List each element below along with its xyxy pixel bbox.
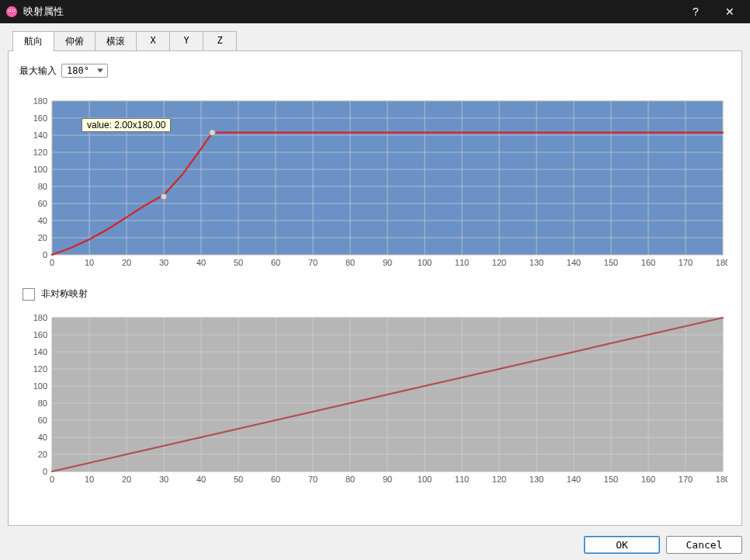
svg-text:120: 120 [33,364,47,374]
svg-text:0: 0 [43,467,47,476]
asym-checkbox[interactable] [23,288,35,301]
svg-text:150: 150 [604,475,618,484]
svg-text:120: 120 [33,148,47,157]
svg-text:180: 180 [716,258,727,267]
svg-text:110: 110 [455,258,469,267]
svg-text:30: 30 [159,258,168,267]
svg-text:130: 130 [530,258,543,267]
svg-text:140: 140 [567,258,581,267]
chart-bottom[interactable]: 0102030405060708090100110120130140150160… [19,311,727,490]
svg-text:80: 80 [38,398,47,408]
svg-text:20: 20 [38,233,47,242]
svg-text:150: 150 [604,258,618,267]
svg-text:130: 130 [530,475,543,484]
app-icon [5,5,19,19]
tab-z[interactable]: Z [203,31,237,51]
svg-text:100: 100 [33,381,47,391]
svg-text:120: 120 [492,258,506,267]
svg-text:0: 0 [50,475,54,484]
svg-text:180: 180 [33,96,47,106]
tab-pitch[interactable]: 仰俯 [54,31,95,51]
svg-text:170: 170 [679,258,693,267]
svg-text:140: 140 [33,347,47,357]
close-button[interactable]: ✕ [713,0,747,23]
svg-text:70: 70 [308,258,318,267]
svg-text:0: 0 [50,258,54,267]
chart-top-wrap: 0102030405060708090100110120130140150160… [19,95,731,273]
svg-point-4 [13,10,14,11]
svg-text:40: 40 [196,475,206,484]
svg-point-3 [9,10,10,11]
svg-text:80: 80 [345,475,355,484]
svg-text:100: 100 [418,258,432,267]
tab-y[interactable]: Y [169,31,203,51]
max-input-row: 最大输入 180° [19,64,731,78]
svg-text:20: 20 [38,450,47,459]
svg-text:40: 40 [38,433,47,442]
tab-panel: 最大输入 180° 010203040506070809010011012013… [8,50,742,526]
svg-text:140: 140 [33,130,47,140]
svg-text:50: 50 [234,475,243,484]
svg-text:40: 40 [38,216,47,225]
svg-text:90: 90 [383,258,392,267]
tab-yaw[interactable]: 航向 [12,31,54,51]
chart-bottom-wrap: 0102030405060708090100110120130140150160… [19,311,731,490]
svg-text:60: 60 [38,416,47,425]
svg-text:170: 170 [679,475,693,484]
asym-label: 非对称映射 [41,287,88,301]
asym-row: 非对称映射 [23,287,731,301]
ok-button[interactable]: OK [584,536,660,554]
tab-x[interactable]: X [136,31,170,51]
svg-text:80: 80 [38,182,47,191]
svg-point-35 [161,193,167,200]
svg-text:100: 100 [33,165,47,174]
svg-text:20: 20 [122,258,131,267]
svg-text:70: 70 [308,475,318,484]
svg-text:30: 30 [159,475,168,484]
dialog-buttons: OK Cancel [584,536,742,554]
svg-text:40: 40 [196,258,206,267]
svg-text:80: 80 [345,258,355,267]
svg-text:140: 140 [567,475,581,484]
svg-text:180: 180 [33,313,47,322]
svg-point-36 [209,130,215,136]
svg-text:20: 20 [122,475,131,484]
svg-text:110: 110 [455,475,469,484]
svg-text:90: 90 [383,475,392,484]
svg-text:100: 100 [418,475,432,484]
svg-text:60: 60 [271,475,280,484]
svg-text:160: 160 [33,113,47,123]
svg-text:160: 160 [641,475,655,484]
svg-text:50: 50 [234,258,243,267]
cancel-button[interactable]: Cancel [666,536,742,554]
tabstrip: 航向 仰俯 横滚 X Y Z [12,31,742,51]
svg-text:10: 10 [85,258,94,267]
window-title: 映射属性 [23,5,64,19]
max-input-value: 180° [67,65,89,76]
svg-text:60: 60 [271,258,280,267]
dialog-body: 航向 仰俯 横滚 X Y Z 最大输入 180° 010203040506070… [0,23,750,560]
svg-point-0 [6,6,17,17]
titlebar: 映射属性 ? ✕ [0,0,750,23]
svg-text:0: 0 [43,250,47,259]
svg-text:160: 160 [33,330,47,339]
svg-text:60: 60 [38,199,47,208]
max-input-combo[interactable]: 180° [61,64,108,78]
max-input-label: 最大输入 [19,64,57,78]
help-button[interactable]: ? [679,0,713,23]
svg-text:160: 160 [641,258,655,267]
svg-text:120: 120 [492,475,506,484]
tab-roll[interactable]: 横滚 [95,31,137,51]
chart-tooltip: value: 2.00x180.00 [82,118,171,132]
svg-text:10: 10 [85,475,94,484]
svg-text:180: 180 [716,475,727,484]
